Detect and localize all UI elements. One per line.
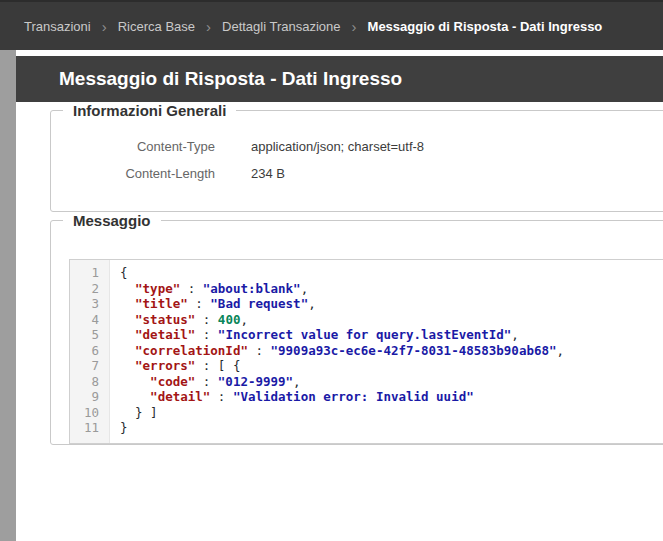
line-number: 3 bbox=[70, 296, 99, 312]
line-number: 5 bbox=[70, 327, 99, 343]
code-line: "detail" : "Validation error: Invalid uu… bbox=[120, 389, 564, 405]
general-info-legend: Informazioni Generali bbox=[63, 102, 236, 119]
code-line: "code" : "012-9999", bbox=[120, 374, 564, 390]
code-lines: { "type" : "about:blank", "title" : "Bad… bbox=[110, 260, 564, 443]
page-title: Messaggio di Risposta - Dati Ingresso bbox=[59, 68, 402, 90]
code-line: "correlationId" : "9909a93c-ec6e-42f7-80… bbox=[120, 343, 564, 359]
line-number: 7 bbox=[70, 358, 99, 374]
code-line: "detail" : "Incorrect value for query.la… bbox=[120, 327, 564, 343]
info-row-content-type: Content-Type application/json; charset=u… bbox=[51, 133, 663, 160]
chevron-right-icon: › bbox=[206, 19, 211, 34]
info-label-content-type: Content-Type bbox=[51, 139, 215, 154]
code-gutter: 1234567891011 bbox=[70, 260, 110, 443]
code-line: "type" : "about:blank", bbox=[120, 281, 564, 297]
code-line: "title" : "Bad request", bbox=[120, 296, 564, 312]
line-number: 4 bbox=[70, 312, 99, 328]
general-info-rows: Content-Type application/json; charset=u… bbox=[51, 119, 663, 211]
breadcrumb-item-current: Messaggio di Risposta - Dati Ingresso bbox=[368, 19, 603, 34]
line-number: 1 bbox=[70, 265, 99, 281]
line-number: 8 bbox=[70, 374, 99, 390]
info-label-content-length: Content-Length bbox=[51, 166, 215, 181]
line-number: 10 bbox=[70, 405, 99, 421]
chevron-right-icon: › bbox=[102, 19, 107, 34]
line-number: 2 bbox=[70, 281, 99, 297]
code-line: "status" : 400, bbox=[120, 312, 564, 328]
page-left-gutter bbox=[0, 50, 16, 541]
code-block[interactable]: 1234567891011 { "type" : "about:blank", … bbox=[69, 259, 663, 444]
line-number: 9 bbox=[70, 389, 99, 405]
breadcrumb-item-ricerca-base[interactable]: Ricerca Base bbox=[118, 19, 195, 34]
message-section: Messaggio 1234567891011 { "type" : "abou… bbox=[50, 212, 663, 445]
code-line: "errors" : [ { bbox=[120, 358, 564, 374]
code-line: } ] bbox=[120, 405, 564, 421]
info-value-content-length: 234 B bbox=[251, 166, 285, 181]
page-title-banner: Messaggio di Risposta - Dati Ingresso bbox=[16, 56, 663, 102]
message-legend: Messaggio bbox=[63, 212, 161, 229]
breadcrumb-item-transazioni[interactable]: Transazioni bbox=[24, 19, 91, 34]
breadcrumb: Transazioni › Ricerca Base › Dettagli Tr… bbox=[0, 0, 663, 50]
line-number: 11 bbox=[70, 420, 99, 436]
breadcrumb-item-dettagli-transazione[interactable]: Dettagli Transazione bbox=[222, 19, 341, 34]
code-line: } bbox=[120, 420, 564, 436]
chevron-right-icon: › bbox=[352, 19, 357, 34]
info-row-content-length: Content-Length 234 B bbox=[51, 160, 663, 187]
info-value-content-type: application/json; charset=utf-8 bbox=[251, 139, 424, 154]
code-line: { bbox=[120, 265, 564, 281]
main-content: Messaggio di Risposta - Dati Ingresso In… bbox=[16, 50, 663, 541]
general-info-section: Informazioni Generali Content-Type appli… bbox=[50, 102, 663, 212]
line-number: 6 bbox=[70, 343, 99, 359]
